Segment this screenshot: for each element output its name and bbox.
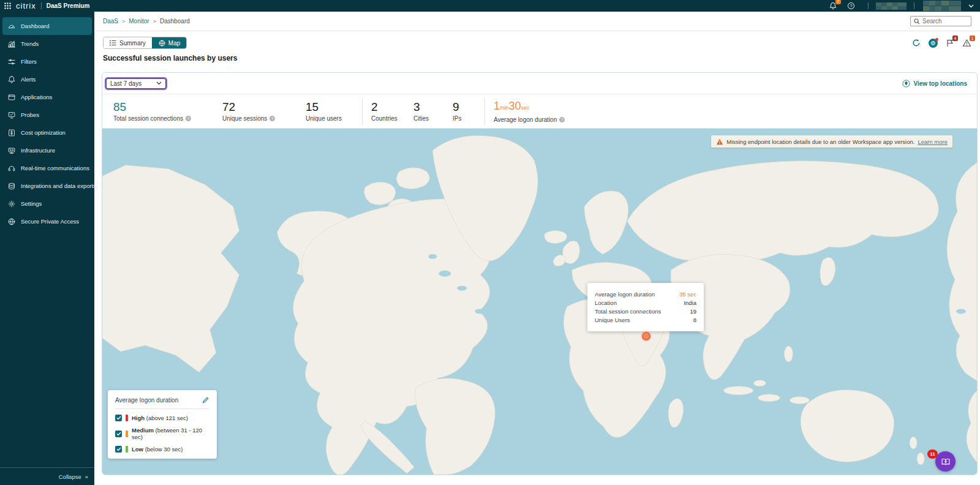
stat-value: 3: [413, 100, 453, 113]
notification-badge: 7: [835, 0, 841, 4]
legend-row-medium: Medium (between 31 - 120 sec): [115, 427, 209, 440]
sidebar-item-secure-private-access[interactable]: Secure Private Access: [2, 212, 92, 230]
sidebar-item-label: Trends: [21, 40, 39, 47]
flags-icon[interactable]: 4: [946, 39, 954, 47]
collapse-chevrons-icon: «: [85, 473, 88, 480]
view-toggle-row: Summary Map ⚙ 4 1: [94, 35, 980, 51]
sidebar-item-settings[interactable]: Settings: [2, 195, 92, 212]
stat-label: Unique users: [306, 115, 342, 122]
stat-total-session-connections: 85Total session connections?: [113, 98, 222, 125]
sidebar-item-integrations-and-data-exports[interactable]: Integrations and data exports: [2, 177, 92, 195]
user-account-redacted[interactable]: [923, 1, 961, 11]
stat-label: Cities: [413, 115, 429, 122]
sidebar-item-filters[interactable]: Filters: [2, 53, 92, 70]
trends-icon: [7, 40, 16, 48]
map-marker-india[interactable]: [642, 332, 650, 340]
stats-row: 85Total session connections?72Unique ses…: [102, 94, 977, 128]
help-tooltip-icon[interactable]: ?: [186, 116, 191, 121]
sidebar-item-label: Integrations and data exports: [21, 182, 96, 189]
search-box[interactable]: [910, 16, 971, 26]
sidebar-item-cost-optimization[interactable]: Cost optimization: [2, 124, 92, 141]
learn-more-link[interactable]: Learn more: [918, 138, 948, 145]
time-range-dropdown[interactable]: Last 7 days: [106, 78, 166, 89]
applications-icon: [7, 93, 16, 102]
stat-label: Countries: [371, 115, 398, 122]
stat-value: 72: [222, 100, 306, 113]
stat-label-row: Countries: [371, 115, 413, 122]
citrix-logo: citrix: [16, 1, 36, 10]
divider: [41, 2, 42, 9]
stat-unique-sessions: 72Unique sessions?: [222, 98, 306, 125]
legend-label: Low (below 30 sec): [132, 446, 183, 453]
dashboard-icon: [7, 22, 16, 31]
guidance-widget-button[interactable]: 11: [935, 451, 956, 472]
notifications-bell-icon[interactable]: 7: [829, 2, 837, 10]
real-time-communications-icon: [7, 164, 16, 173]
settings-icon: [7, 200, 16, 208]
sidebar-nav: DashboardTrendsFiltersAlertsApplications…: [0, 12, 94, 485]
infrastructure-icon: [7, 146, 16, 155]
legend-checkbox[interactable]: [115, 415, 122, 421]
legend-checkbox[interactable]: [115, 430, 122, 437]
tooltip-label: Average logon duration: [595, 291, 655, 298]
stat-ips: 9IPs: [453, 98, 484, 125]
sidebar-item-label: Alerts: [21, 76, 36, 83]
tooltip-row: LocationIndia: [595, 299, 696, 306]
view-top-locations-label: View top locations: [913, 80, 967, 87]
sidebar-item-trends[interactable]: Trends: [2, 35, 92, 53]
help-icon[interactable]: ?: [848, 2, 854, 9]
sidebar-item-probes[interactable]: Probes: [2, 106, 92, 124]
sidebar-item-dashboard[interactable]: Dashboard: [2, 17, 92, 35]
breadcrumb-separator: >: [153, 18, 156, 24]
alerts-icon: [7, 75, 16, 84]
sidebar-collapse-button[interactable]: Collapse «: [0, 467, 94, 485]
stat-label-row: Cities: [413, 115, 453, 122]
tooltip-label: Total session connections: [595, 308, 661, 315]
legend-checkbox[interactable]: [115, 446, 122, 453]
account-chevron-down-icon[interactable]: [968, 4, 974, 8]
settings-gear-icon[interactable]: ⚙: [929, 39, 938, 48]
help-tooltip-icon[interactable]: ?: [559, 117, 565, 122]
app-grid-icon[interactable]: [4, 2, 11, 9]
stat-label-row: Average logon duration?: [494, 116, 565, 123]
legend-row-low: Low (below 30 sec): [115, 446, 209, 453]
sidebar-item-label: Dashboard: [21, 23, 49, 29]
stat-label: IPs: [453, 115, 461, 122]
help-tooltip-icon[interactable]: ?: [270, 116, 275, 121]
breadcrumb-daas[interactable]: DaaS: [103, 18, 118, 24]
tooltip-value: 8: [693, 317, 696, 323]
breadcrumb-monitor[interactable]: Monitor: [129, 18, 149, 24]
sidebar-item-alerts[interactable]: Alerts: [2, 70, 92, 88]
sidebar-item-real-time-communications[interactable]: Real-time communications: [2, 159, 92, 177]
search-input[interactable]: [922, 18, 965, 24]
map-tooltip: Average logon duration35 secLocationIndi…: [587, 283, 704, 331]
top-bar: citrix DaaS Premium 7 ?: [0, 0, 980, 12]
tooltip-value: India: [684, 299, 696, 306]
tenant-name-redacted[interactable]: [876, 2, 907, 10]
alerts-triangle-icon[interactable]: 1: [962, 39, 971, 47]
world-map[interactable]: Missing endpoint location details due to…: [102, 128, 977, 475]
time-range-value: Last 7 days: [110, 80, 141, 87]
tooltip-label: Location: [595, 299, 617, 306]
warning-triangle-icon: [716, 138, 723, 145]
stat-value: 85: [113, 100, 222, 113]
legend-row-high: High (above 121 sec): [115, 415, 209, 421]
tooltip-value: 19: [690, 308, 696, 315]
learning-book-icon: [940, 456, 951, 467]
tab-map[interactable]: Map: [152, 37, 186, 48]
tab-map-label: Map: [168, 40, 180, 47]
legend-color-swatch: [126, 446, 128, 453]
refresh-icon[interactable]: [912, 39, 921, 47]
tooltip-row: Total session connections19: [595, 308, 696, 315]
sidebar-item-applications[interactable]: Applications: [2, 88, 92, 106]
stat-label-row: Total session connections?: [113, 115, 222, 122]
view-top-locations-link[interactable]: View top locations: [902, 80, 967, 88]
edit-pencil-icon[interactable]: [202, 396, 209, 404]
map-legend: Average logon duration High (above 121 s…: [108, 390, 217, 459]
tab-summary[interactable]: Summary: [104, 37, 152, 48]
stat-value: 9: [453, 100, 484, 113]
sidebar-item-infrastructure[interactable]: Infrastructure: [2, 141, 92, 159]
stat-average-logon-duration: 1min30secAverage logon duration?: [484, 98, 565, 125]
legend-title: Average logon duration: [115, 397, 178, 404]
breadcrumb-separator: >: [122, 18, 125, 24]
